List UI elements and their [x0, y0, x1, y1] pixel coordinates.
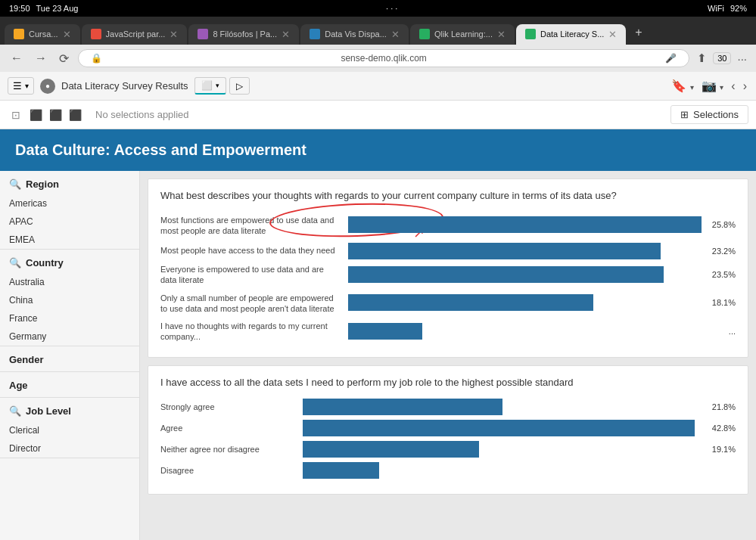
tab-dataliteracy[interactable]: Data Literacy S... ✕	[516, 24, 626, 45]
share-button[interactable]: ⬆	[695, 50, 708, 67]
desktop-view-button[interactable]: ⬜ ▾	[194, 77, 226, 95]
back-sel-icon[interactable]: ⬛	[27, 107, 44, 123]
chart1-bar-label-0: Most functions are empowered to use data…	[160, 212, 342, 237]
time: 19:50	[9, 4, 30, 13]
chart2-bar-label-3: Disagree	[160, 465, 297, 476]
chart1-bar-row-1: Most people have access to the data they…	[160, 243, 736, 259]
tab-label-dataliteracy: Data Literacy S...	[540, 29, 604, 39]
sidebar-item-apac[interactable]: APAC	[0, 213, 139, 231]
sidebar-header-gender[interactable]: Gender	[0, 346, 139, 372]
search-icon-country: 🔍	[9, 257, 21, 268]
selections-label: Selections	[693, 109, 739, 120]
chevron-down-small: ▾	[216, 82, 219, 89]
prev-sheet-button[interactable]: ‹	[730, 78, 736, 95]
selections-button[interactable]: ⊞ Selections	[670, 105, 748, 124]
chart1-bar-container-2	[348, 266, 703, 283]
snapshot-icon: 📷	[702, 79, 717, 92]
sidebar-item-emea[interactable]: EMEA	[0, 231, 139, 249]
present-view-button[interactable]: ▷	[229, 77, 250, 95]
reload-button[interactable]: ⟳	[56, 50, 72, 67]
chart1-bar-container-1	[348, 243, 703, 259]
url-text: sense-demo.qlik.com	[107, 53, 661, 64]
status-bar-right: WiFi 92%	[708, 4, 747, 13]
chart2-bar-value-2: 19.1%	[712, 445, 736, 454]
grid-icon: ⊞	[680, 109, 689, 120]
more-button[interactable]: ···	[736, 51, 748, 67]
sidebar-item-china[interactable]: China	[0, 291, 139, 309]
no-selections-text: No selections applied	[89, 109, 664, 120]
sidebar-item-clerical[interactable]: Clerical	[0, 421, 139, 439]
chart-title-2: I have access to all the data sets I nee…	[160, 377, 667, 388]
forward-button[interactable]: →	[32, 50, 50, 67]
page-title: Data Culture: Access and Empowerment	[15, 141, 306, 158]
sidebar-item-germany[interactable]: Germany	[0, 327, 139, 346]
menu-button[interactable]: ☰ ▾	[8, 77, 34, 95]
tab-close-filosofos[interactable]: ✕	[282, 29, 290, 39]
app-logo: ●	[40, 79, 55, 94]
tab-label-qlik: Qlik Learning:...	[434, 29, 493, 39]
forward-sel-icon[interactable]: ⬛	[47, 107, 64, 123]
sidebar-item-australia[interactable]: Australia	[0, 273, 139, 291]
chart1-bar-value-4: ...	[729, 327, 736, 336]
tab-favicon-datavis	[310, 29, 320, 39]
sidebar-header-joblevel: 🔍 Job Level	[0, 398, 139, 421]
clear-sel-icon[interactable]: ⬛	[67, 107, 83, 123]
bookmark-button[interactable]: 🔖 ▾	[670, 77, 695, 95]
tab-js[interactable]: JavaScript par... ✕	[82, 24, 188, 45]
chart1-bar-row-0: Most functions are empowered to use data…	[160, 212, 736, 237]
address-bar[interactable]: 🔒 sense-demo.qlik.com 🎤	[78, 49, 689, 67]
chart1-bar-container-0	[348, 216, 709, 233]
tab-close-dataliteracy[interactable]: ✕	[608, 29, 617, 39]
desktop-icon: ⬜	[201, 80, 213, 91]
snapshot-button[interactable]: 📷 ▾	[700, 77, 725, 95]
chart2-bar-container-2	[303, 441, 703, 458]
chart2-bar-label-2: Neither agree nor disagree	[160, 444, 297, 455]
tab-close-qlik[interactable]: ✕	[497, 29, 506, 39]
tab-close-cursa[interactable]: ✕	[63, 29, 71, 39]
tab-close-datavis[interactable]: ✕	[391, 29, 400, 39]
app-toolbar-right: 🔖 ▾ 📷 ▾ ‹ ›	[670, 77, 748, 95]
chart2-bar-label-0: Strongly agree	[160, 402, 297, 412]
status-bar-dots: ···	[386, 4, 400, 13]
chart2-bar-fill-2	[303, 441, 479, 458]
chart-title-1: What best describes your thoughts with r…	[160, 190, 667, 201]
chart2-bar-fill-1	[303, 420, 695, 436]
back-button[interactable]: ←	[8, 50, 26, 67]
lasso-icon[interactable]: ⊡	[8, 107, 24, 123]
chart1-bar-fill-0	[348, 216, 702, 233]
region-label: Region	[26, 178, 59, 190]
chart1-bar-row-2: Everyone is empowered to use data and ar…	[160, 264, 736, 286]
sidebar-header-age[interactable]: Age	[0, 372, 139, 398]
chart1-bar-value-0: 25.8%	[712, 220, 736, 229]
tab-datavis[interactable]: Data Vis Dispa... ✕	[300, 24, 409, 45]
chart2-bar-container-0	[303, 399, 703, 415]
chevron-down-icon3: ▾	[720, 83, 723, 92]
chart1-bar-row-3: Only a small number of people are empowe…	[160, 290, 736, 315]
chart1-bar-value-1: 23.2%	[712, 247, 736, 256]
sidebar-section-country: 🔍 Country Australia China France Germany	[0, 250, 139, 346]
sidebar-item-france[interactable]: France	[0, 309, 139, 327]
sidebar-item-americas[interactable]: Americas	[0, 194, 139, 213]
chart-card-2: I have access to all the data sets I nee…	[148, 365, 748, 495]
chart1-bar-label-4: I have no thoughts with regards to my cu…	[160, 321, 342, 343]
chart2-bar-value-1: 42.8%	[712, 424, 736, 433]
chart1-bar-label-2: Everyone is empowered to use data and ar…	[160, 264, 342, 286]
next-sheet-button[interactable]: ›	[742, 78, 748, 95]
date: Tue 23 Aug	[36, 4, 79, 13]
sidebar-item-director[interactable]: Director	[0, 439, 139, 458]
chart1-bar-fill-1	[348, 243, 661, 259]
tab-filosofos[interactable]: 8 Filósofos | Pa... ✕	[188, 24, 299, 45]
chart1-bar-fill-2	[348, 266, 664, 283]
tab-label-filosofos: 8 Filósofos | Pa...	[213, 29, 277, 39]
app-title: Data Literacy Survey Results	[61, 80, 188, 92]
chart2-bar-row-1: Agree 42.8%	[160, 420, 736, 436]
tab-close-js[interactable]: ✕	[170, 29, 178, 39]
chart2-bar-row-0: Strongly agree 21.8%	[160, 399, 736, 415]
sidebar: 🔍 Region Americas APAC EMEA 🔍 Country Au…	[0, 171, 140, 540]
tab-qlik[interactable]: Qlik Learning:... ✕	[410, 24, 515, 45]
tab-cursa[interactable]: Cursa... ✕	[5, 24, 80, 45]
chart1-bar-label-3: Only a small number of people are empowe…	[160, 290, 342, 315]
new-tab-button[interactable]: +	[627, 21, 649, 45]
present-icon: ▷	[236, 81, 243, 92]
sidebar-header-region: 🔍 Region	[0, 171, 139, 194]
